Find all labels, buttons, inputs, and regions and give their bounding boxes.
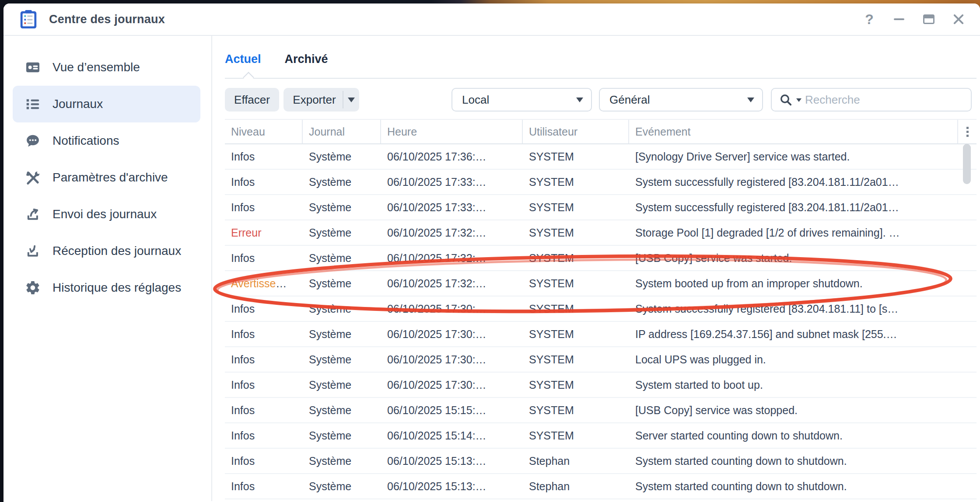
search-box[interactable] <box>771 88 972 112</box>
archive-settings-icon <box>25 170 41 185</box>
sidebar-item-notifications[interactable]: Notifications <box>13 122 200 159</box>
tab-archiv[interactable]: Archivé <box>285 52 328 66</box>
close-button[interactable] <box>950 11 967 28</box>
level-badge: Infos <box>231 379 255 391</box>
cell-level: Infos <box>225 201 303 214</box>
table-row[interactable]: ErreurSystème06/10/2025 17:32:…SYSTEMSto… <box>225 220 976 246</box>
clear-button[interactable]: Effacer <box>225 88 279 112</box>
cell-event: System started counting down to shutdown… <box>629 480 958 493</box>
log-table: NiveauJournalHeureUtilisateurEvénement I… <box>225 119 976 501</box>
table-row[interactable]: InfosSystème06/10/2025 17:30:…SYSTEMIP a… <box>225 322 976 347</box>
cell-journal: Système <box>303 328 381 341</box>
cell-level: Avertisse… <box>225 277 303 290</box>
cell-event: System booted up from an improper shutdo… <box>629 277 958 290</box>
cell-level: Infos <box>225 252 303 265</box>
desktop: { "window": { "title": "Centre des journ… <box>0 0 980 502</box>
table-row[interactable]: InfosSystème06/10/2025 17:30:…SYSTEMSyst… <box>225 296 976 322</box>
cell-user: Stephan <box>523 455 629 467</box>
receive-logs-icon <box>25 243 41 259</box>
table-row[interactable]: InfosSystème06/10/2025 17:36:…SYSTEM[Syn… <box>225 144 976 170</box>
cell-level: Erreur <box>225 227 303 239</box>
sidebar-item-vue-d-ensemble[interactable]: Vue d’ensemble <box>13 49 200 86</box>
cell-time: 06/10/2025 15:13:… <box>381 455 523 467</box>
cell-user: Stephan <box>523 480 629 493</box>
export-dropdown-arrow[interactable] <box>343 94 359 106</box>
close-icon <box>953 14 964 25</box>
level-badge: Infos <box>231 201 255 213</box>
level-badge: Infos <box>231 252 255 264</box>
cell-time: 06/10/2025 15:13:… <box>381 480 523 493</box>
sidebar-item-label: Réception des journaux <box>52 244 181 258</box>
column-header-heure[interactable]: Heure <box>381 120 523 143</box>
table-row[interactable]: InfosSystème06/10/2025 15:13:…StephanSys… <box>225 474 976 499</box>
log-source-select[interactable]: Local <box>452 88 592 112</box>
table-row[interactable]: InfosSystème06/10/2025 17:32:…SYSTEM[USB… <box>225 246 976 271</box>
cell-journal: Système <box>303 150 381 163</box>
search-options-caret-icon[interactable] <box>796 98 802 105</box>
cell-journal: Système <box>303 303 381 315</box>
export-split-button[interactable]: Exporter <box>284 88 359 112</box>
maximize-button[interactable] <box>920 11 937 28</box>
cell-time: 06/10/2025 17:30:… <box>381 328 523 341</box>
log-source-value: Local <box>462 93 576 107</box>
cell-level: Infos <box>225 328 303 341</box>
cell-journal: Système <box>303 176 381 188</box>
sidebar-item-historique-des-r-glages[interactable]: Historique des réglages <box>13 269 200 306</box>
column-menu-button[interactable] <box>958 120 976 143</box>
cell-level: Infos <box>225 303 303 315</box>
level-badge: Infos <box>231 429 255 442</box>
table-row[interactable]: InfosSystème06/10/2025 17:30:…SYSTEMLoca… <box>225 347 976 373</box>
vertical-scrollbar-thumb[interactable] <box>963 144 971 184</box>
log-center-window: Centre des journaux ? Vue d’ensembleJour… <box>4 3 980 502</box>
column-header-ev-nement[interactable]: Evénement <box>629 120 958 143</box>
cell-time: 06/10/2025 17:30:… <box>381 353 523 366</box>
table-row[interactable]: InfosSystème06/10/2025 17:33:…SYSTEMSyst… <box>225 195 976 220</box>
cell-event: Server started counting down to shutdown… <box>629 429 958 442</box>
cell-journal: Système <box>303 480 381 493</box>
sidebar-item-r-ception-des-journaux[interactable]: Réception des journaux <box>13 233 200 269</box>
level-badge: Avertisse <box>231 277 276 289</box>
search-input[interactable] <box>805 93 965 107</box>
help-button[interactable]: ? <box>861 11 878 28</box>
cell-event: [USB Copy] service was stopped. <box>629 404 958 417</box>
log-category-select[interactable]: Général <box>599 88 763 112</box>
minimize-button[interactable] <box>891 11 907 28</box>
tab-actuel[interactable]: Actuel <box>225 52 261 66</box>
cell-user: SYSTEM <box>523 404 629 417</box>
cell-user: SYSTEM <box>523 150 629 163</box>
table-row[interactable]: InfosSystème06/10/2025 15:14:…SYSTEMServ… <box>225 423 976 449</box>
cell-user: SYSTEM <box>523 252 629 265</box>
cell-time: 06/10/2025 17:33:… <box>381 176 523 188</box>
cell-level: Infos <box>225 150 303 163</box>
sidebar-item-label: Historique des réglages <box>52 281 181 295</box>
chevron-down-icon <box>576 98 583 106</box>
cell-event: [USB Copy] service was started. <box>629 252 958 265</box>
window-title: Centre des journaux <box>49 13 165 26</box>
sidebar-item-envoi-des-journaux[interactable]: Envoi des journaux <box>13 196 200 233</box>
column-header-niveau[interactable]: Niveau <box>225 120 303 143</box>
table-row[interactable]: Avertisse…Système06/10/2025 17:32:…SYSTE… <box>225 271 976 296</box>
cell-event: System started to boot up. <box>629 379 958 391</box>
sidebar-item-label: Notifications <box>52 134 119 148</box>
sidebar-item-param-tres-d-archive[interactable]: Paramètres d'archive <box>13 159 200 196</box>
level-badge: Infos <box>231 480 255 492</box>
cell-time: 06/10/2025 15:15:… <box>381 404 523 417</box>
cell-user: SYSTEM <box>523 277 629 290</box>
kebab-menu-icon <box>966 127 969 137</box>
table-row[interactable]: InfosSystème06/10/2025 15:15:…SYSTEM[USB… <box>225 398 976 423</box>
send-logs-icon <box>25 206 41 222</box>
cell-user: SYSTEM <box>523 379 629 391</box>
minimize-icon <box>894 18 904 20</box>
table-row[interactable]: InfosSystème06/10/2025 17:33:…SYSTEMSyst… <box>225 170 976 195</box>
column-header-utilisateur[interactable]: Utilisateur <box>523 120 629 143</box>
cell-level: Infos <box>225 379 303 391</box>
table-row[interactable]: InfosSystème06/10/2025 17:30:…SYSTEMSyst… <box>225 373 976 398</box>
table-row[interactable]: InfosSystème06/10/2025 15:13:…StephanSys… <box>225 449 976 474</box>
sidebar-item-journaux[interactable]: Journaux <box>13 86 200 122</box>
column-header-journal[interactable]: Journal <box>303 120 381 143</box>
cell-event: [Synology Drive Server] service was star… <box>629 150 958 163</box>
cell-level: Infos <box>225 404 303 417</box>
cell-journal: Système <box>303 404 381 417</box>
notifications-bubble-icon <box>25 133 41 149</box>
chevron-down-icon <box>348 98 355 106</box>
